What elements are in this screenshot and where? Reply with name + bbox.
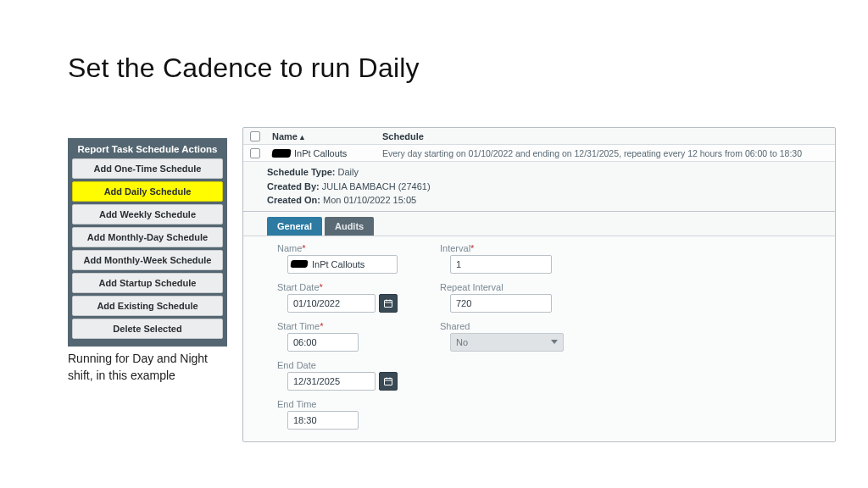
- svg-rect-4: [385, 378, 392, 385]
- required-icon: *: [470, 243, 474, 253]
- field-shared: Shared No: [440, 321, 564, 352]
- end-time-label: End Time: [277, 399, 398, 409]
- table-row[interactable]: InPt Callouts Every day starting on 01/1…: [243, 145, 835, 162]
- start-time-label: Start Time: [277, 321, 320, 331]
- slide-title: Set the Cadence to run Daily: [68, 53, 420, 84]
- required-icon: *: [320, 321, 323, 331]
- field-name: Name*: [277, 243, 398, 274]
- created-by-value: JULIA BAMBACH (27461): [322, 181, 431, 191]
- col-header-name-label: Name: [272, 131, 298, 141]
- add-monthly-day-schedule-button[interactable]: Add Monthly-Day Schedule: [72, 227, 223, 247]
- created-on-value: Mon 01/10/2022 15:05: [323, 195, 416, 205]
- field-interval: Interval*: [440, 243, 564, 274]
- field-end-time: End Time: [277, 399, 398, 430]
- schedule-type-label: Schedule Type:: [267, 167, 335, 177]
- tabbar: General Audits: [243, 212, 835, 236]
- field-repeat-interval: Repeat Interval: [440, 282, 564, 313]
- tab-audits[interactable]: Audits: [325, 217, 374, 236]
- row-details-drawer: Schedule Type: Daily Created By: JULIA B…: [243, 162, 835, 212]
- start-time-input[interactable]: [287, 333, 359, 352]
- add-weekly-schedule-button[interactable]: Add Weekly Schedule: [72, 204, 223, 225]
- delete-selected-button[interactable]: Delete Selected: [72, 319, 223, 339]
- redaction-mark: [290, 260, 308, 268]
- calendar-icon: [383, 376, 393, 386]
- end-date-calendar-button[interactable]: [379, 372, 398, 391]
- field-start-time: Start Time*: [277, 321, 398, 352]
- required-icon: *: [302, 243, 305, 253]
- form-col-left: Name* Start Date* Start: [277, 243, 398, 430]
- calendar-icon: [383, 298, 393, 308]
- name-label: Name: [277, 243, 302, 253]
- add-existing-schedule-button[interactable]: Add Existing Schedule: [72, 296, 223, 316]
- caption: Running for Day and Night shift, in this…: [68, 351, 220, 384]
- repeat-interval-label: Repeat Interval: [440, 282, 564, 292]
- col-header-schedule[interactable]: Schedule: [382, 131, 835, 141]
- table-header: Name▲ Schedule: [243, 128, 835, 145]
- schedule-detail-panel: Name▲ Schedule InPt Callouts Every day s…: [242, 127, 836, 442]
- created-by-label: Created By:: [267, 181, 320, 191]
- add-monthly-week-schedule-button[interactable]: Add Monthly-Week Schedule: [72, 250, 223, 270]
- add-startup-schedule-button[interactable]: Add Startup Schedule: [72, 273, 223, 293]
- repeat-interval-input[interactable]: [450, 294, 552, 313]
- schedule-actions-panel: Report Task Schedule Actions Add One-Tim…: [68, 138, 227, 347]
- schedule-actions-title: Report Task Schedule Actions: [72, 141, 223, 158]
- shared-value: No: [456, 337, 468, 347]
- svg-rect-0: [385, 300, 392, 307]
- chevron-down-icon: [551, 340, 558, 344]
- tab-general[interactable]: General: [267, 217, 322, 236]
- created-on-label: Created On:: [267, 195, 320, 205]
- add-daily-schedule-button[interactable]: Add Daily Schedule: [72, 181, 223, 202]
- schedule-type-value: Daily: [338, 167, 359, 177]
- form-col-right: Interval* Repeat Interval Shared No: [440, 243, 564, 430]
- sort-asc-icon: ▲: [298, 133, 306, 141]
- end-date-input[interactable]: [287, 372, 376, 391]
- interval-input[interactable]: [450, 255, 552, 274]
- start-date-calendar-button[interactable]: [379, 294, 398, 313]
- row-checkbox[interactable]: [250, 148, 260, 158]
- select-all-checkbox[interactable]: [250, 131, 260, 141]
- field-end-date: End Date: [277, 360, 398, 391]
- redaction-mark: [271, 149, 291, 158]
- add-onetime-schedule-button[interactable]: Add One-Time Schedule: [72, 158, 223, 179]
- interval-label: Interval: [440, 243, 470, 253]
- shared-label: Shared: [440, 321, 564, 331]
- form-area: Name* Start Date* Start: [243, 236, 835, 441]
- start-date-input[interactable]: [287, 294, 376, 313]
- end-time-input[interactable]: [287, 411, 359, 430]
- required-icon: *: [320, 282, 323, 292]
- end-date-label: End Date: [277, 360, 398, 370]
- row-schedule-text: Every day starting on 01/10/2022 and end…: [382, 148, 835, 158]
- start-date-label: Start Date: [277, 282, 320, 292]
- col-header-name[interactable]: Name▲: [272, 131, 382, 141]
- field-start-date: Start Date*: [277, 282, 398, 313]
- shared-select[interactable]: No: [450, 333, 564, 352]
- row-name-text: InPt Callouts: [294, 148, 347, 158]
